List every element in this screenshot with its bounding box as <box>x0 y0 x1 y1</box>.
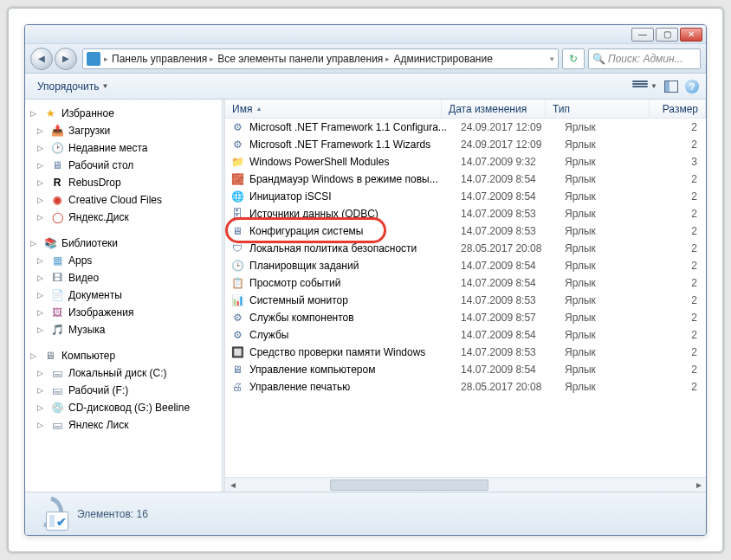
expand-icon[interactable]: ▷ <box>37 178 46 187</box>
file-size: 3 <box>669 156 706 168</box>
sidebar-item[interactable]: ▷🖴Локальный диск (C:) <box>25 364 222 382</box>
back-button[interactable]: ◄ <box>30 48 53 70</box>
file-date: 14.07.2009 8:54 <box>461 260 565 272</box>
tree-item-icon: ◉ <box>50 193 64 207</box>
file-type: Ярлык <box>565 364 669 376</box>
minimize-button[interactable]: — <box>631 28 654 42</box>
collapse-icon[interactable]: ▷ <box>30 351 39 360</box>
file-name: Управление компьютером <box>249 364 461 376</box>
navigation-sidebar[interactable]: ▷ ★ Избранное ▷📥Загрузки▷🕑Недавние места… <box>25 100 223 492</box>
col-date[interactable]: Дата изменения <box>442 100 546 118</box>
refresh-button[interactable]: ↻ <box>562 48 585 69</box>
expand-icon[interactable]: ▷ <box>37 196 46 204</box>
preview-pane-button[interactable] <box>664 80 678 93</box>
scroll-left-icon[interactable]: ◂ <box>225 478 240 492</box>
sidebar-item[interactable]: ▷◉Creative Cloud Files <box>25 191 222 209</box>
tree-header-favorites[interactable]: ▷ ★ Избранное <box>25 105 222 122</box>
file-row[interactable]: 🕒Планировщик заданий14.07.2009 8:54Ярлык… <box>225 257 706 274</box>
file-row[interactable]: 📁Windows PowerShell Modules14.07.2009 9:… <box>225 153 706 171</box>
file-size: 2 <box>669 346 706 358</box>
expand-icon[interactable]: ▷ <box>37 386 46 395</box>
file-size: 2 <box>669 242 706 254</box>
file-row[interactable]: ⚙Microsoft .NET Framework 1.1 Configura.… <box>225 119 706 136</box>
file-row[interactable]: 🖥Управление компьютером14.07.2009 8:54Яр… <box>225 361 706 378</box>
col-size[interactable]: Размер <box>650 100 706 118</box>
collapse-icon[interactable]: ▷ <box>30 239 39 248</box>
sidebar-item[interactable]: ▷📥Загрузки <box>25 122 222 139</box>
forward-button[interactable]: ► <box>55 48 77 70</box>
file-type: Ярлык <box>565 312 669 324</box>
expand-icon[interactable]: ▷ <box>37 256 46 265</box>
search-input[interactable]: 🔍 Поиск: Админ... <box>588 48 701 69</box>
breadcrumb-seg[interactable]: Администрирование <box>393 53 492 65</box>
view-mode-button[interactable]: ▼ <box>632 80 657 93</box>
file-list[interactable]: ⚙Microsoft .NET Framework 1.1 Configura.… <box>225 119 706 477</box>
breadcrumb-seg[interactable]: Все элементы панели управления ▸ <box>217 53 390 65</box>
file-row[interactable]: ⚙Microsoft .NET Framework 1.1 Wizards24.… <box>225 136 706 153</box>
expand-icon[interactable]: ▷ <box>37 126 46 135</box>
maximize-button[interactable]: ▢ <box>656 28 678 42</box>
file-row[interactable]: ⚙Службы компонентов14.07.2009 8:57Ярлык2 <box>225 309 706 326</box>
file-name: Источники данных (ODBC) <box>249 208 461 220</box>
breadcrumb-seg[interactable]: Панель управления ▸ <box>112 53 214 65</box>
sidebar-item[interactable]: ▷RRebusDrop <box>25 174 222 191</box>
file-icon: ⚙ <box>230 311 244 325</box>
sidebar-item[interactable]: ▷🎞Видео <box>25 269 222 286</box>
expand-icon[interactable]: ▷ <box>37 161 46 170</box>
sidebar-item[interactable]: ▷▦Apps <box>25 252 222 269</box>
file-row[interactable]: ⚙Службы14.07.2009 8:54Ярлык2 <box>225 326 706 344</box>
file-row[interactable]: 🖥Конфигурация системы14.07.2009 8:53Ярлы… <box>225 222 706 240</box>
address-bar[interactable]: ▸ Панель управления ▸ Все элементы панел… <box>82 48 559 69</box>
col-type[interactable]: Тип <box>546 100 650 118</box>
file-row[interactable]: 🧱Брандмауэр Windows в режиме повы...14.0… <box>225 171 706 188</box>
expand-icon[interactable]: ▷ <box>37 421 46 429</box>
file-row[interactable]: 📋Просмотр событий14.07.2009 8:54Ярлык2 <box>225 274 706 292</box>
tree-header-computer[interactable]: ▷ 🖥 Компьютер <box>25 347 222 364</box>
sidebar-item[interactable]: ▷💿CD-дисковод (G:) Beeline <box>25 399 222 416</box>
expand-icon[interactable]: ▷ <box>37 213 46 222</box>
list-view-icon <box>632 80 648 93</box>
sidebar-item[interactable]: ▷🖼Изображения <box>25 304 222 321</box>
expand-icon[interactable]: ▷ <box>37 325 46 334</box>
star-icon: ★ <box>43 106 57 120</box>
horizontal-scrollbar[interactable]: ◂ ▸ <box>225 477 706 492</box>
expand-icon[interactable]: ▷ <box>37 308 46 317</box>
sidebar-item[interactable]: ▷🖴Янлекс Лиск <box>25 416 222 434</box>
expand-icon[interactable]: ▷ <box>37 291 46 299</box>
sidebar-item[interactable]: ▷🖴Рабочий (F:) <box>25 382 222 399</box>
expand-icon[interactable]: ▷ <box>37 144 46 152</box>
sidebar-item[interactable]: ▷🎵Музыка <box>25 321 222 338</box>
tree-item-label: Недавние места <box>68 142 147 154</box>
collapse-icon[interactable]: ▷ <box>30 109 39 118</box>
tree-item-icon: 📥 <box>50 124 64 138</box>
scroll-track[interactable] <box>240 478 691 492</box>
close-button[interactable]: ✕ <box>680 28 702 42</box>
tree-header-libraries[interactable]: ▷ 📚 Библиотеки <box>25 235 222 252</box>
expand-icon[interactable]: ▷ <box>37 274 46 282</box>
expand-icon[interactable]: ▷ <box>37 403 46 412</box>
explorer-window: — ▢ ✕ ◄ ► ▸ Панель управления ▸ Все элем… <box>24 24 707 536</box>
scroll-thumb[interactable] <box>330 480 488 491</box>
sidebar-item[interactable]: ▷🕑Недавние места <box>25 139 222 157</box>
file-row[interactable]: 🖨Управление печатью28.05.2017 20:08Ярлык… <box>225 378 706 396</box>
addr-dropdown-icon[interactable]: ▾ <box>550 55 554 63</box>
libraries-icon: 📚 <box>43 236 57 250</box>
file-size: 2 <box>669 121 706 133</box>
sidebar-item[interactable]: ▷◯Яндекс.Диск <box>25 209 222 226</box>
tree-item-icon: 🖴 <box>50 366 64 380</box>
file-type: Ярлык <box>565 294 669 306</box>
file-row[interactable]: 📊Системный монитор14.07.2009 8:53Ярлык2 <box>225 292 706 309</box>
tree-libraries: ▷ 📚 Библиотеки ▷▦Apps▷🎞Видео▷📄Документы▷… <box>25 235 222 338</box>
organize-button[interactable]: Упорядочить▼ <box>32 77 113 96</box>
file-row[interactable]: 🛡Локальная политика безопасности28.05.20… <box>225 240 706 257</box>
help-button[interactable]: ? <box>685 80 699 93</box>
sidebar-item[interactable]: ▷🖥Рабочий стол <box>25 157 222 174</box>
file-row[interactable]: 🌐Инициатор iSCSI14.07.2009 8:54Ярлык2 <box>225 188 706 205</box>
file-row[interactable]: 🗄Источники данных (ODBC)14.07.2009 8:53Я… <box>225 205 706 222</box>
file-row[interactable]: 🔲Средство проверки памяти Windows14.07.2… <box>225 344 706 361</box>
expand-icon[interactable]: ▷ <box>37 369 46 377</box>
col-name[interactable]: Имя▲ <box>225 100 442 118</box>
tree-item-icon: 🎵 <box>50 323 64 337</box>
scroll-right-icon[interactable]: ▸ <box>691 478 706 492</box>
sidebar-item[interactable]: ▷📄Документы <box>25 286 222 304</box>
